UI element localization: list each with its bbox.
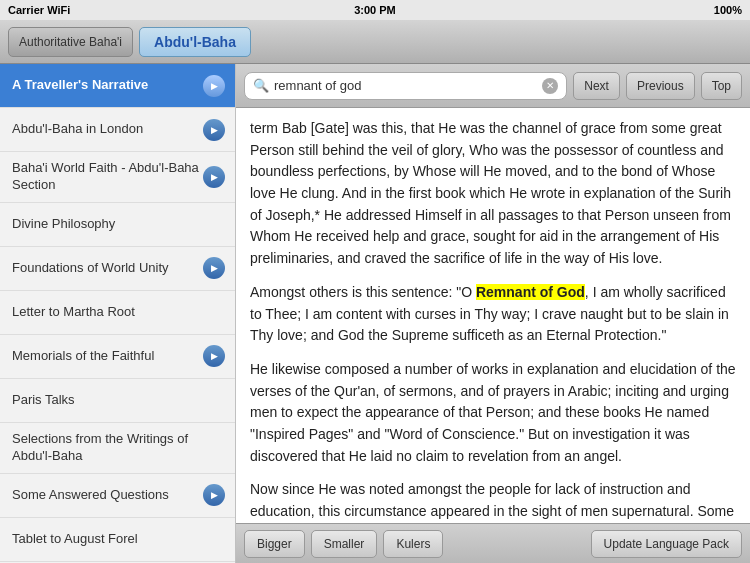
search-icon: 🔍 — [253, 78, 269, 93]
sidebar-item-label: Memorials of the Faithful — [12, 340, 203, 373]
status-time: 3:00 PM — [354, 4, 396, 16]
bottom-toolbar: Bigger Smaller Kulers Update Language Pa… — [236, 523, 750, 563]
sidebar-item[interactable]: Divine Philosophy — [0, 203, 235, 247]
sidebar-item-label: Divine Philosophy — [12, 208, 225, 241]
sidebar-item-label: Some Answered Questions — [12, 479, 203, 512]
sidebar-arrow-icon — [203, 166, 225, 188]
sidebar-item-label: Letter to Martha Root — [12, 296, 225, 329]
reading-paragraph: Now since He was noted amongst the peopl… — [250, 479, 736, 523]
carrier-wifi: Carrier WiFi — [8, 4, 70, 16]
sidebar-item[interactable]: Paris Talks — [0, 379, 235, 423]
sidebar-item-label: A Traveller's Narrative — [12, 69, 203, 102]
main-layout: A Traveller's NarrativeAbdu'l-Baha in Lo… — [0, 64, 750, 563]
search-input-wrap[interactable]: 🔍 remnant of god ✕ — [244, 72, 567, 100]
nav-title[interactable]: Abdu'l-Baha — [139, 27, 251, 57]
nav-bar: Authoritative Baha'i Abdu'l-Baha — [0, 20, 750, 64]
sidebar-arrow-icon — [203, 75, 225, 97]
sidebar-item-label: Foundations of World Unity — [12, 252, 203, 285]
sidebar-item-label: Abdu'l-Baha in London — [12, 113, 203, 146]
sidebar-arrow-icon — [203, 119, 225, 141]
previous-button[interactable]: Previous — [626, 72, 695, 100]
sidebar-item[interactable]: Some Answered Questions — [0, 474, 235, 518]
status-bar: Carrier WiFi 3:00 PM 100% — [0, 0, 750, 20]
sidebar: A Traveller's NarrativeAbdu'l-Baha in Lo… — [0, 64, 236, 563]
sidebar-item[interactable]: Letter to Martha Root — [0, 291, 235, 335]
reading-paragraph: term Bab [Gate] was this, that He was th… — [250, 118, 736, 270]
sidebar-arrow-icon — [203, 345, 225, 367]
sidebar-arrow-icon — [203, 484, 225, 506]
sidebar-item[interactable]: Abdu'l-Baha in London — [0, 108, 235, 152]
auth-nav-button[interactable]: Authoritative Baha'i — [8, 27, 133, 57]
search-clear-button[interactable]: ✕ — [542, 78, 558, 94]
reading-paragraph: He likewise composed a number of works i… — [250, 359, 736, 467]
content-area: 🔍 remnant of god ✕ Next Previous Top ter… — [236, 64, 750, 563]
nav-breadcrumb: Authoritative Baha'i Abdu'l-Baha — [0, 20, 251, 63]
bigger-button[interactable]: Bigger — [244, 530, 305, 558]
sidebar-item-label: Tablet to August Forel — [12, 523, 225, 556]
sidebar-item-label: Paris Talks — [12, 384, 225, 417]
sidebar-item-label: Selections from the Writings of Abdu'l-B… — [12, 423, 225, 473]
sidebar-item[interactable]: Baha'i World Faith - Abdu'l-Baha Section — [0, 152, 235, 203]
sidebar-item[interactable]: Memorials of the Faithful — [0, 335, 235, 379]
sidebar-item[interactable]: Tablet to August Forel — [0, 518, 235, 562]
kulers-button[interactable]: Kulers — [383, 530, 443, 558]
search-bar: 🔍 remnant of god ✕ Next Previous Top — [236, 64, 750, 108]
update-language-button[interactable]: Update Language Pack — [591, 530, 742, 558]
next-button[interactable]: Next — [573, 72, 620, 100]
sidebar-item[interactable]: A Traveller's Narrative — [0, 64, 235, 108]
battery-indicator: 100% — [714, 4, 742, 16]
reading-paragraph: Amongst others is this sentence: "O Remn… — [250, 282, 736, 347]
reading-content[interactable]: term Bab [Gate] was this, that He was th… — [236, 108, 750, 523]
sidebar-item[interactable]: Selections from the Writings of Abdu'l-B… — [0, 423, 235, 474]
search-input[interactable]: remnant of god — [274, 78, 542, 93]
sidebar-arrow-icon — [203, 257, 225, 279]
sidebar-item[interactable]: Foundations of World Unity — [0, 247, 235, 291]
highlight-text: Remnant of God — [476, 284, 585, 300]
smaller-button[interactable]: Smaller — [311, 530, 378, 558]
top-button[interactable]: Top — [701, 72, 742, 100]
sidebar-item-label: Baha'i World Faith - Abdu'l-Baha Section — [12, 152, 203, 202]
